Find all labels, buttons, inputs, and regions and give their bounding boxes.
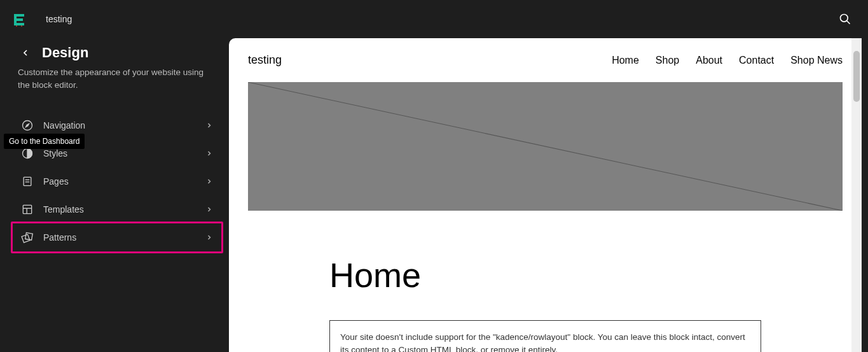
preview-nav: Home Shop About Contact Shop News xyxy=(612,55,843,66)
preview-site-title[interactable]: testing xyxy=(248,53,282,67)
dashboard-tooltip: Go to the Dashboard xyxy=(4,134,85,149)
sidebar-item-label: Pages xyxy=(43,176,205,187)
scrollbar-thumb[interactable] xyxy=(853,51,860,102)
site-preview[interactable]: testing Home Shop About Contact Shop New… xyxy=(229,38,862,352)
block-warning: Your site doesn't include support for th… xyxy=(329,320,761,352)
design-header: Design xyxy=(0,38,229,61)
sidebar-item-patterns[interactable]: Patterns xyxy=(11,222,223,253)
nav-link-contact[interactable]: Contact xyxy=(739,55,774,66)
nav-link-home[interactable]: Home xyxy=(612,55,639,66)
preview-scrollbar[interactable] xyxy=(851,38,862,352)
compass-icon xyxy=(20,118,34,132)
layout-icon xyxy=(20,202,34,216)
svg-rect-7 xyxy=(24,177,31,185)
preview-hero-image xyxy=(248,82,843,211)
chevron-right-icon xyxy=(205,149,214,158)
svg-point-2 xyxy=(841,15,848,22)
sidebar-item-pages[interactable]: Pages xyxy=(13,167,221,195)
topbar-site-title[interactable]: testing xyxy=(46,14,72,24)
chevron-right-icon xyxy=(205,205,214,214)
chevron-right-icon xyxy=(205,177,214,186)
svg-rect-10 xyxy=(23,205,31,213)
chevron-right-icon xyxy=(205,233,214,242)
site-logo[interactable] xyxy=(11,11,27,27)
search-button[interactable] xyxy=(834,8,857,31)
sidebar-item-label: Patterns xyxy=(43,232,205,243)
svg-marker-5 xyxy=(26,123,29,127)
search-icon xyxy=(839,13,851,25)
sidebar-item-label: Navigation xyxy=(43,120,205,130)
nav-link-shop[interactable]: Shop xyxy=(656,55,679,66)
design-menu: Navigation Styles Pages xyxy=(0,105,229,253)
svg-line-3 xyxy=(847,21,850,24)
svg-point-1 xyxy=(21,25,22,27)
nav-link-about[interactable]: About xyxy=(696,55,722,66)
design-title: Design xyxy=(42,45,88,61)
patterns-icon xyxy=(20,230,34,244)
nav-link-shop-news[interactable]: Shop News xyxy=(790,55,843,66)
preview-header: testing Home Shop About Contact Shop New… xyxy=(248,38,843,82)
sidebar-item-label: Styles xyxy=(43,148,205,158)
sidebar: Design Go to the Dashboard Customize the… xyxy=(0,38,229,352)
preview-page-title: Home xyxy=(329,255,843,295)
chevron-left-icon xyxy=(20,48,31,58)
back-button[interactable] xyxy=(18,45,33,60)
sidebar-item-label: Templates xyxy=(43,204,205,215)
sidebar-item-templates[interactable]: Templates xyxy=(13,195,221,223)
design-description: Customize the appearance of your website… xyxy=(0,61,229,105)
topbar: testing xyxy=(0,0,868,38)
page-icon xyxy=(20,174,34,188)
chevron-right-icon xyxy=(205,121,214,130)
svg-point-0 xyxy=(16,25,17,27)
